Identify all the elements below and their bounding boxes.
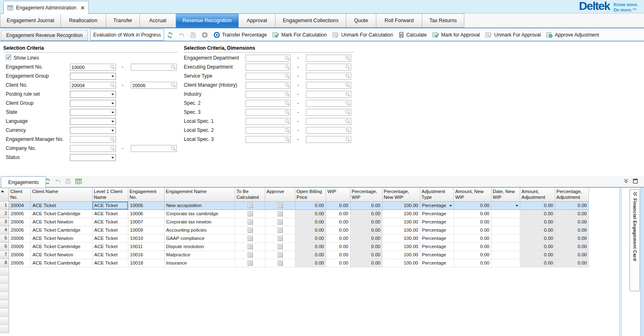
show-lines-checkbox[interactable] [6, 55, 11, 60]
column-header-amount-new-wip[interactable]: Amount, New WIP [454, 188, 491, 202]
column-header-percentage-adjustment[interactable]: Percentage, Adjustment [555, 188, 589, 202]
approve-checkbox[interactable] [278, 252, 283, 258]
cell-open_billing[interactable]: 0.00 [295, 251, 326, 259]
ribbon-tab-approval[interactable]: Approval [239, 14, 276, 28]
company-no-to-field[interactable] [131, 145, 177, 152]
state-select[interactable] [70, 109, 116, 116]
cell-pct_new_wip[interactable]: 100.00 [382, 251, 420, 259]
unmark-for-approval-button[interactable]: Unmark For Approval [485, 32, 541, 38]
cell-pct_new_wip[interactable]: 100.00 [382, 235, 420, 243]
cell-adj_type[interactable]: Percentage [420, 226, 454, 235]
column-header-percentage-wip[interactable]: Percentage, WIP [350, 188, 382, 202]
cell-eng_no[interactable]: 10016 [128, 251, 164, 259]
chevron-double-left-icon[interactable] [632, 191, 637, 196]
column-header-engagement-name[interactable]: Engagement Name [164, 188, 235, 202]
cell-date_new_wip[interactable] [491, 218, 520, 226]
client-no-to-field[interactable] [131, 82, 177, 89]
cell-amount_new_wip[interactable]: 0.00 [454, 251, 491, 259]
search-icon[interactable] [171, 146, 176, 151]
cell-pct_wip[interactable]: 0.00 [350, 210, 382, 218]
refresh-button[interactable] [167, 32, 173, 38]
cell-to_be_calc[interactable] [235, 243, 265, 251]
cell-amount_new_wip[interactable]: 0.00 [454, 243, 491, 251]
to_be_calc-checkbox[interactable] [248, 203, 253, 208]
row-number[interactable]: 2 [0, 210, 9, 218]
engagement-manager-no-field[interactable] [70, 136, 116, 143]
column-header-open-billing-price[interactable]: Open Billing Price [295, 188, 326, 202]
cell-pct_new_wip[interactable]: 100.00 [382, 218, 420, 226]
cell-adj_type[interactable]: Percentage [420, 243, 454, 251]
cell-amount_adj[interactable]: 0.00 [520, 259, 555, 267]
cell-date_new_wip[interactable] [491, 210, 520, 218]
cell-open_billing[interactable]: 0.00 [295, 218, 326, 226]
cell-approve[interactable] [265, 259, 295, 267]
client-no-from-field[interactable] [70, 82, 116, 89]
cell-eng_no[interactable]: 10009 [128, 226, 164, 235]
approve-checkbox[interactable] [278, 236, 283, 241]
table-row[interactable]: 520006ACE Ticket NewtonACE Ticket10010GA… [0, 235, 589, 243]
engagement-no-from-field[interactable] [70, 64, 116, 71]
engagement-manager-no-field-input[interactable] [70, 136, 116, 143]
local-spec-2-to-field-input[interactable] [306, 127, 351, 133]
engagement-no-from-field-input[interactable] [70, 64, 116, 70]
company-no-to-field-input[interactable] [131, 145, 176, 152]
status-select[interactable] [70, 154, 116, 161]
cell-pct_new_wip[interactable]: 100.00 [382, 243, 420, 251]
window-tab-engagement-administration[interactable]: Engagement Administration [3, 1, 89, 14]
cell-level1[interactable]: ACE Ticket [93, 235, 128, 243]
search-icon[interactable] [285, 83, 290, 88]
column-header-wip[interactable]: WIP [326, 188, 350, 202]
service-type-from-field-input[interactable] [246, 73, 290, 79]
currency-select[interactable] [70, 127, 116, 134]
to_be_calc-checkbox[interactable] [248, 236, 253, 241]
cell-approve[interactable] [265, 243, 295, 251]
cell-eng_name[interactable]: GAAP compliance [164, 235, 235, 243]
cell-amount_new_wip[interactable]: 0.00 [454, 202, 491, 210]
cell-amount_adj[interactable]: 0.00 [520, 226, 555, 235]
engagement-group-select[interactable] [70, 73, 116, 80]
ribbon-tab-accrual[interactable]: Accrual [140, 14, 176, 28]
cell-adj_type[interactable]: Percentage [420, 202, 454, 210]
cell-approve[interactable] [265, 210, 295, 218]
row-number[interactable]: 1 [0, 202, 9, 210]
search-icon[interactable] [110, 137, 115, 142]
search-icon[interactable] [345, 55, 350, 61]
engagement-no-to-field-input[interactable] [131, 64, 176, 70]
table-row[interactable]: 220005ACE Ticket CambridgeACE Ticket1000… [0, 210, 589, 218]
cell-to_be_calc[interactable] [235, 259, 265, 267]
search-icon[interactable] [345, 83, 350, 88]
cell-date_new_wip[interactable] [491, 251, 520, 259]
undo-button[interactable] [178, 32, 185, 38]
ribbon-tab-transfer[interactable]: Transfer [106, 14, 140, 28]
search-icon[interactable] [171, 83, 176, 88]
executing-department-to-field-input[interactable] [306, 64, 351, 70]
industry-to-field[interactable] [306, 91, 351, 98]
client-manager-history-from-field-input[interactable] [246, 82, 290, 88]
company-no-from-field-input[interactable] [70, 145, 116, 152]
to_be_calc-checkbox[interactable] [248, 219, 253, 225]
undo-button[interactable] [55, 178, 61, 184]
column-header-level-1-client-name[interactable]: Level 1 Client Name [93, 188, 128, 202]
spec-2-to-field[interactable] [306, 100, 351, 107]
cell-pct_adj[interactable]: 0.00 [555, 218, 589, 226]
row-number[interactable]: 4 [0, 226, 9, 235]
cell-approve[interactable] [265, 235, 295, 243]
cell-client_no[interactable]: 20006 [9, 235, 31, 243]
local-spec-2-from-field-input[interactable] [246, 127, 290, 133]
spec-2-to-field-input[interactable] [306, 100, 351, 106]
row-number[interactable]: 7 [0, 251, 9, 259]
cell-open_billing[interactable]: 0.00 [295, 235, 326, 243]
spec-2-from-field-input[interactable] [246, 100, 290, 106]
search-icon[interactable] [285, 64, 290, 70]
unmark-for-calculation-button[interactable]: Unmark For Calculation [332, 32, 393, 38]
ribbon-tab-roll-forward[interactable]: Roll Forward [376, 14, 422, 28]
cell-pct_wip[interactable]: 0.00 [350, 259, 382, 267]
client-manager-history-to-field-input[interactable] [306, 82, 351, 88]
cell-approve[interactable] [265, 251, 295, 259]
executing-department-from-field[interactable] [246, 64, 291, 71]
cell-pct_new_wip[interactable]: 100.00 [382, 259, 420, 267]
column-header-date-new-wip[interactable]: Date, New WIP [491, 188, 520, 202]
chevron-down-icon[interactable] [516, 205, 518, 207]
cell-amount_adj[interactable]: 0.00 [520, 251, 555, 259]
cell-wip[interactable]: 0.00 [326, 259, 350, 267]
